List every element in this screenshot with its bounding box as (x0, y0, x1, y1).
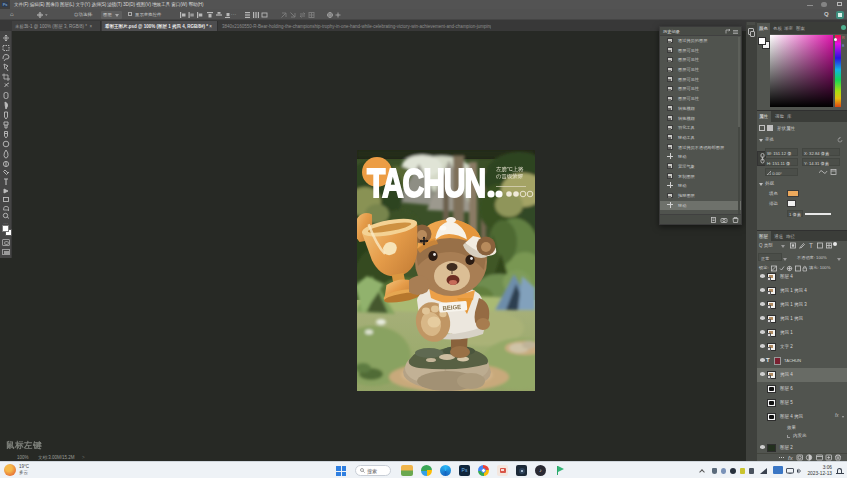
svg-text:の晋级荣耀: の晋级荣耀 (496, 173, 524, 180)
svg-text:fx: fx (788, 455, 794, 461)
svg-text:T: T (809, 242, 813, 249)
svg-text:左膀"C上将: 左膀"C上将 (496, 166, 524, 173)
svg-text:TACHUN: TACHUN (367, 161, 485, 205)
